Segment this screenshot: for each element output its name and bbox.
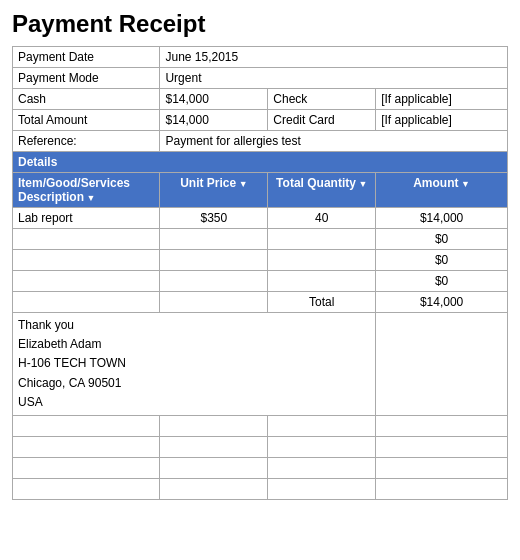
credit-card-applicable: [If applicable]: [376, 110, 508, 131]
line-item-1: Lab report $350 40 $14,000: [13, 208, 508, 229]
quantity-2: [268, 229, 376, 250]
total-label: Total: [268, 292, 376, 313]
total-amount-row: Total Amount $14,000 Credit Card [If app…: [13, 110, 508, 131]
amount-col-header: Amount: [376, 173, 508, 208]
thankyou-line4: Chicago, CA 90501: [18, 374, 370, 393]
amount-4: $0: [376, 271, 508, 292]
empty-row-1: [13, 415, 508, 436]
payment-date-value: June 15,2015: [160, 47, 508, 68]
unit-price-3: [160, 250, 268, 271]
reference-value: Payment for allergies test: [160, 131, 508, 152]
amount-1: $14,000: [376, 208, 508, 229]
payment-mode-row: Payment Mode Urgent: [13, 68, 508, 89]
column-headers-row: Item/Good/Services Description Unit Pric…: [13, 173, 508, 208]
total-value: $14,000: [376, 292, 508, 313]
receipt-table: Payment Date June 15,2015 Payment Mode U…: [12, 46, 508, 500]
cash-label: Cash: [13, 89, 160, 110]
unit-price-4: [160, 271, 268, 292]
payment-date-row: Payment Date June 15,2015: [13, 47, 508, 68]
item-col-header: Item/Good/Services Description: [13, 173, 160, 208]
item-desc-4: [13, 271, 160, 292]
unit-price-1: $350: [160, 208, 268, 229]
credit-card-label: Credit Card: [268, 110, 376, 131]
payment-date-label: Payment Date: [13, 47, 160, 68]
total-amount-label: Total Amount: [13, 110, 160, 131]
details-header: Details: [13, 152, 508, 173]
thankyou-box: Thank you Elizabeth Adam H-106 TECH TOWN…: [13, 313, 376, 416]
thankyou-line3: H-106 TECH TOWN: [18, 354, 370, 373]
check-applicable: [If applicable]: [376, 89, 508, 110]
item-desc-2: [13, 229, 160, 250]
quantity-4: [268, 271, 376, 292]
total-desc: [13, 292, 160, 313]
details-header-row: Details: [13, 152, 508, 173]
line-item-3: $0: [13, 250, 508, 271]
quantity-1: 40: [268, 208, 376, 229]
thankyou-row: Thank you Elizabeth Adam H-106 TECH TOWN…: [13, 313, 508, 416]
empty-row-4: [13, 478, 508, 499]
line-item-2: $0: [13, 229, 508, 250]
item-desc-1: Lab report: [13, 208, 160, 229]
total-price: [160, 292, 268, 313]
payment-mode-value: Urgent: [160, 68, 508, 89]
unit-price-2: [160, 229, 268, 250]
unit-price-col-header: Unit Price: [160, 173, 268, 208]
quantity-3: [268, 250, 376, 271]
amount-3: $0: [376, 250, 508, 271]
line-item-4: $0: [13, 271, 508, 292]
amount-2: $0: [376, 229, 508, 250]
thankyou-line2: Elizabeth Adam: [18, 335, 370, 354]
reference-row: Reference: Payment for allergies test: [13, 131, 508, 152]
empty-row-3: [13, 457, 508, 478]
reference-label: Reference:: [13, 131, 160, 152]
thankyou-right-col: [376, 313, 508, 416]
cash-value: $14,000: [160, 89, 268, 110]
empty-row-2: [13, 436, 508, 457]
total-quantity-col-header: Total Quantity: [268, 173, 376, 208]
cash-row: Cash $14,000 Check [If applicable]: [13, 89, 508, 110]
thankyou-line1: Thank you: [18, 316, 370, 335]
total-amount-value: $14,000: [160, 110, 268, 131]
page-title: Payment Receipt: [12, 10, 508, 38]
check-label: Check: [268, 89, 376, 110]
payment-mode-label: Payment Mode: [13, 68, 160, 89]
item-desc-3: [13, 250, 160, 271]
thankyou-line5: USA: [18, 393, 370, 412]
total-row: Total $14,000: [13, 292, 508, 313]
